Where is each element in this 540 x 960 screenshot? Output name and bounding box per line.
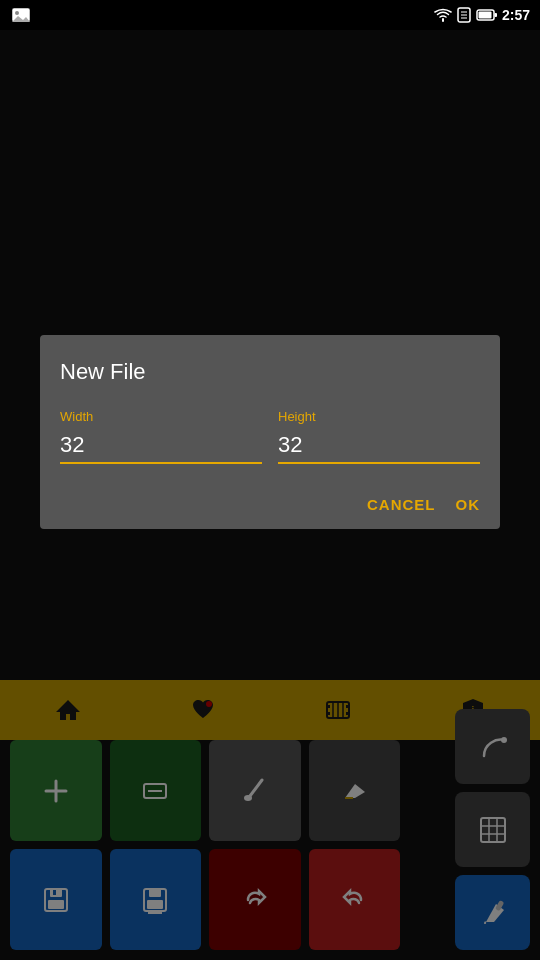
- dialog-fields: Width Height: [60, 409, 480, 464]
- status-left-icons: [10, 4, 32, 26]
- ok-button[interactable]: OK: [456, 496, 481, 513]
- dialog-title: New File: [60, 359, 480, 385]
- width-field-group: Width: [60, 409, 262, 464]
- gallery-icon: [10, 4, 32, 26]
- width-input[interactable]: [60, 428, 262, 464]
- svg-rect-9: [478, 12, 491, 19]
- wifi-icon: [434, 8, 452, 22]
- height-input[interactable]: [278, 428, 480, 464]
- width-label: Width: [60, 409, 262, 424]
- sim-icon: [456, 7, 472, 23]
- status-right-icons: 2:57: [434, 7, 530, 23]
- battery-icon: [476, 8, 498, 22]
- clock: 2:57: [502, 7, 530, 23]
- svg-point-2: [15, 11, 19, 15]
- new-file-dialog: New File Width Height CANCEL OK: [40, 335, 500, 529]
- svg-rect-10: [494, 13, 497, 17]
- cancel-button[interactable]: CANCEL: [367, 496, 436, 513]
- dialog-actions: CANCEL OK: [60, 488, 480, 513]
- status-bar: 2:57: [0, 0, 540, 30]
- height-field-group: Height: [278, 409, 480, 464]
- height-label: Height: [278, 409, 480, 424]
